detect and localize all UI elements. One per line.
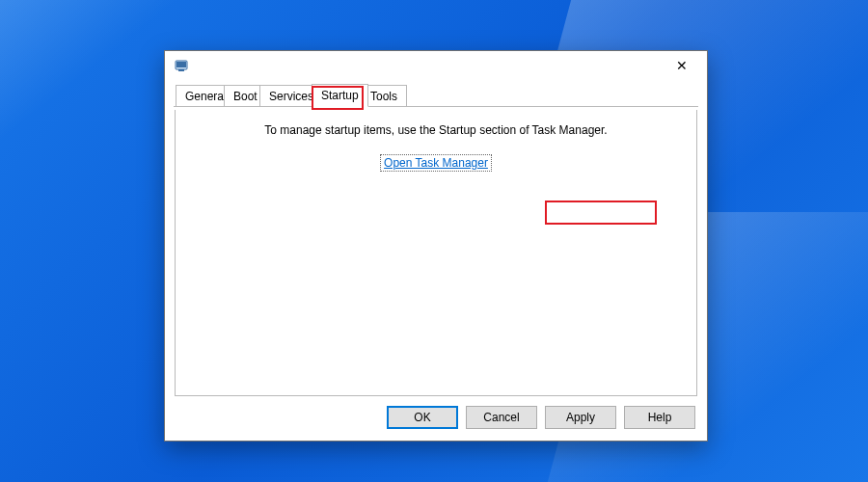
instruction-text: To manage startup items, use the Startup…	[176, 123, 696, 137]
svg-rect-2	[178, 69, 184, 71]
button-label: Apply	[566, 411, 595, 424]
dialog-buttons: OK Cancel Apply Help	[387, 406, 695, 429]
button-label: Cancel	[483, 411, 519, 424]
apply-button[interactable]: Apply	[545, 406, 616, 429]
link-container: Open Task Manager	[176, 156, 696, 170]
cancel-button[interactable]: Cancel	[466, 406, 537, 429]
msconfig-window: ✕ General Boot Services Startup Tools To…	[164, 50, 708, 442]
tab-strip: General Boot Services Startup Tools	[174, 86, 698, 107]
tab-content: To manage startup items, use the Startup…	[175, 110, 697, 396]
tab-label: Startup	[321, 89, 359, 102]
titlebar: ✕	[165, 51, 707, 80]
open-task-manager-link[interactable]: Open Task Manager	[380, 154, 492, 172]
close-button[interactable]: ✕	[663, 52, 701, 79]
button-label: OK	[414, 411, 430, 424]
tab-label: General	[185, 90, 227, 103]
button-label: Help	[648, 411, 672, 424]
tab-label: Tools	[370, 90, 397, 103]
tab-label: Boot	[233, 90, 258, 103]
tab-label: Services	[269, 90, 313, 103]
help-button[interactable]: Help	[624, 406, 695, 429]
app-icon	[175, 58, 190, 73]
tab-startup[interactable]: Startup	[312, 84, 368, 107]
close-icon: ✕	[676, 59, 688, 72]
desktop-background: ✕ General Boot Services Startup Tools To…	[0, 0, 868, 482]
ok-button[interactable]: OK	[387, 406, 458, 429]
svg-rect-1	[176, 62, 186, 67]
